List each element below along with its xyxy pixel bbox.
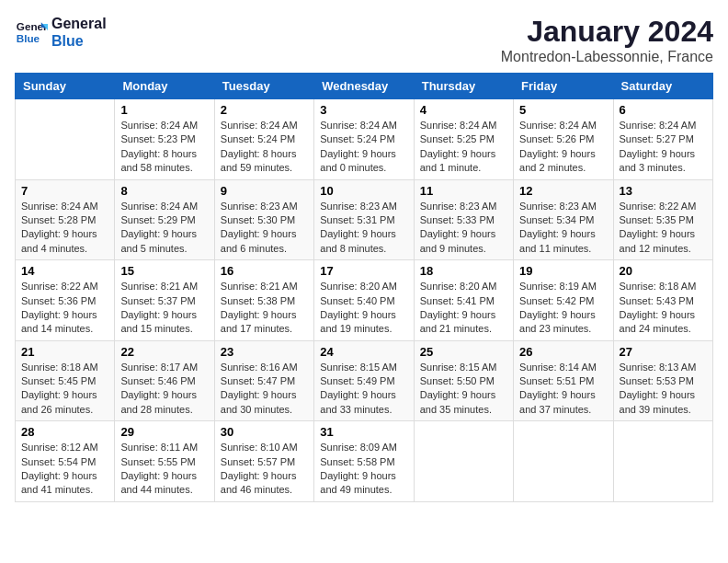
calendar-cell: 16Sunrise: 8:21 AMSunset: 5:38 PMDayligh…	[214, 260, 313, 341]
title-block: January 2024 Montredon-Labessonnie, Fran…	[501, 15, 713, 65]
cell-content: Sunrise: 8:19 AMSunset: 5:42 PMDaylight:…	[519, 280, 607, 337]
day-number: 9	[221, 184, 308, 198]
calendar-cell: 23Sunrise: 8:16 AMSunset: 5:47 PMDayligh…	[214, 340, 313, 421]
calendar-cell	[613, 421, 712, 502]
header-day: Wednesday	[314, 74, 414, 99]
cell-content: Sunrise: 8:12 AMSunset: 5:54 PMDaylight:…	[21, 441, 108, 498]
day-number: 23	[221, 345, 308, 359]
day-number: 26	[519, 345, 607, 359]
calendar-cell: 9Sunrise: 8:23 AMSunset: 5:30 PMDaylight…	[214, 179, 313, 260]
calendar-cell: 12Sunrise: 8:23 AMSunset: 5:34 PMDayligh…	[514, 179, 613, 260]
cell-content: Sunrise: 8:24 AMSunset: 5:25 PMDaylight:…	[420, 119, 507, 176]
calendar-cell: 8Sunrise: 8:24 AMSunset: 5:29 PMDaylight…	[115, 179, 214, 260]
day-number: 17	[320, 264, 407, 278]
calendar-table: SundayMondayTuesdayWednesdayThursdayFrid…	[15, 73, 713, 502]
header-day: Tuesday	[214, 74, 313, 99]
day-number: 5	[519, 103, 607, 117]
cell-content: Sunrise: 8:24 AMSunset: 5:24 PMDaylight:…	[221, 119, 308, 176]
calendar-cell	[414, 421, 513, 502]
calendar-week-row: 1Sunrise: 8:24 AMSunset: 5:23 PMDaylight…	[16, 99, 713, 180]
day-number: 8	[120, 184, 208, 198]
cell-content: Sunrise: 8:13 AMSunset: 5:53 PMDaylight:…	[620, 361, 707, 418]
cell-content: Sunrise: 8:24 AMSunset: 5:24 PMDaylight:…	[320, 119, 407, 176]
main-title: January 2024	[501, 15, 713, 49]
cell-content: Sunrise: 8:17 AMSunset: 5:46 PMDaylight:…	[120, 361, 208, 418]
calendar-week-row: 7Sunrise: 8:24 AMSunset: 5:28 PMDaylight…	[16, 179, 713, 260]
logo-general: General	[51, 15, 107, 32]
cell-content: Sunrise: 8:23 AMSunset: 5:31 PMDaylight:…	[320, 200, 407, 257]
day-number: 7	[21, 184, 108, 198]
calendar-cell: 1Sunrise: 8:24 AMSunset: 5:23 PMDaylight…	[115, 99, 214, 180]
day-number: 31	[320, 425, 407, 439]
calendar-cell: 31Sunrise: 8:09 AMSunset: 5:58 PMDayligh…	[314, 421, 414, 502]
cell-content: Sunrise: 8:23 AMSunset: 5:34 PMDaylight:…	[519, 200, 607, 257]
day-number: 10	[320, 184, 407, 198]
day-number: 6	[620, 103, 707, 117]
cell-content: Sunrise: 8:22 AMSunset: 5:35 PMDaylight:…	[620, 200, 707, 257]
day-number: 2	[221, 103, 308, 117]
cell-content: Sunrise: 8:14 AMSunset: 5:51 PMDaylight:…	[519, 361, 607, 418]
calendar-cell: 17Sunrise: 8:20 AMSunset: 5:40 PMDayligh…	[314, 260, 414, 341]
day-number: 4	[420, 103, 507, 117]
cell-content: Sunrise: 8:20 AMSunset: 5:41 PMDaylight:…	[420, 280, 507, 337]
calendar-cell: 21Sunrise: 8:18 AMSunset: 5:45 PMDayligh…	[16, 340, 115, 421]
day-number: 27	[620, 345, 707, 359]
calendar-cell	[514, 421, 613, 502]
calendar-cell: 30Sunrise: 8:10 AMSunset: 5:57 PMDayligh…	[214, 421, 313, 502]
cell-content: Sunrise: 8:10 AMSunset: 5:57 PMDaylight:…	[221, 441, 308, 498]
day-number: 29	[120, 425, 208, 439]
day-number: 12	[519, 184, 607, 198]
calendar-cell	[16, 99, 115, 180]
calendar-cell: 11Sunrise: 8:23 AMSunset: 5:33 PMDayligh…	[414, 179, 513, 260]
day-number: 13	[620, 184, 707, 198]
calendar-cell: 18Sunrise: 8:20 AMSunset: 5:41 PMDayligh…	[414, 260, 513, 341]
day-number: 20	[620, 264, 707, 278]
day-number: 28	[21, 425, 108, 439]
calendar-week-row: 14Sunrise: 8:22 AMSunset: 5:36 PMDayligh…	[16, 260, 713, 341]
day-number: 19	[519, 264, 607, 278]
cell-content: Sunrise: 8:15 AMSunset: 5:50 PMDaylight:…	[420, 361, 507, 418]
cell-content: Sunrise: 8:21 AMSunset: 5:37 PMDaylight:…	[120, 280, 208, 337]
calendar-cell: 13Sunrise: 8:22 AMSunset: 5:35 PMDayligh…	[613, 179, 712, 260]
cell-content: Sunrise: 8:24 AMSunset: 5:29 PMDaylight:…	[120, 200, 208, 257]
logo-icon: General Blue	[15, 16, 48, 49]
day-number: 3	[320, 103, 407, 117]
calendar-cell: 28Sunrise: 8:12 AMSunset: 5:54 PMDayligh…	[16, 421, 115, 502]
day-number: 1	[120, 103, 208, 117]
cell-content: Sunrise: 8:24 AMSunset: 5:23 PMDaylight:…	[120, 119, 208, 176]
day-number: 25	[420, 345, 507, 359]
header-day: Sunday	[16, 74, 115, 99]
calendar-cell: 19Sunrise: 8:19 AMSunset: 5:42 PMDayligh…	[514, 260, 613, 341]
header-day: Thursday	[414, 74, 513, 99]
calendar-cell: 25Sunrise: 8:15 AMSunset: 5:50 PMDayligh…	[414, 340, 513, 421]
calendar-cell: 14Sunrise: 8:22 AMSunset: 5:36 PMDayligh…	[16, 260, 115, 341]
calendar-cell: 20Sunrise: 8:18 AMSunset: 5:43 PMDayligh…	[613, 260, 712, 341]
calendar-cell: 29Sunrise: 8:11 AMSunset: 5:55 PMDayligh…	[115, 421, 214, 502]
header-day: Monday	[115, 74, 214, 99]
cell-content: Sunrise: 8:11 AMSunset: 5:55 PMDaylight:…	[120, 441, 208, 498]
calendar-cell: 15Sunrise: 8:21 AMSunset: 5:37 PMDayligh…	[115, 260, 214, 341]
calendar-week-row: 21Sunrise: 8:18 AMSunset: 5:45 PMDayligh…	[16, 340, 713, 421]
cell-content: Sunrise: 8:23 AMSunset: 5:33 PMDaylight:…	[420, 200, 507, 257]
calendar-cell: 7Sunrise: 8:24 AMSunset: 5:28 PMDaylight…	[16, 179, 115, 260]
cell-content: Sunrise: 8:16 AMSunset: 5:47 PMDaylight:…	[221, 361, 308, 418]
day-number: 16	[221, 264, 308, 278]
calendar-cell: 2Sunrise: 8:24 AMSunset: 5:24 PMDaylight…	[214, 99, 313, 180]
day-number: 24	[320, 345, 407, 359]
cell-content: Sunrise: 8:15 AMSunset: 5:49 PMDaylight:…	[320, 361, 407, 418]
day-number: 15	[120, 264, 208, 278]
calendar-cell: 6Sunrise: 8:24 AMSunset: 5:27 PMDaylight…	[613, 99, 712, 180]
calendar-cell: 26Sunrise: 8:14 AMSunset: 5:51 PMDayligh…	[514, 340, 613, 421]
header-row: SundayMondayTuesdayWednesdayThursdayFrid…	[16, 74, 713, 99]
page-header: General Blue General Blue January 2024 M…	[15, 15, 713, 65]
calendar-cell: 22Sunrise: 8:17 AMSunset: 5:46 PMDayligh…	[115, 340, 214, 421]
cell-content: Sunrise: 8:18 AMSunset: 5:45 PMDaylight:…	[21, 361, 108, 418]
logo: General Blue General Blue	[15, 15, 107, 50]
cell-content: Sunrise: 8:23 AMSunset: 5:30 PMDaylight:…	[221, 200, 308, 257]
logo-blue: Blue	[51, 32, 107, 50]
calendar-week-row: 28Sunrise: 8:12 AMSunset: 5:54 PMDayligh…	[16, 421, 713, 502]
day-number: 11	[420, 184, 507, 198]
cell-content: Sunrise: 8:24 AMSunset: 5:27 PMDaylight:…	[620, 119, 707, 176]
cell-content: Sunrise: 8:21 AMSunset: 5:38 PMDaylight:…	[221, 280, 308, 337]
cell-content: Sunrise: 8:24 AMSunset: 5:28 PMDaylight:…	[21, 200, 108, 257]
